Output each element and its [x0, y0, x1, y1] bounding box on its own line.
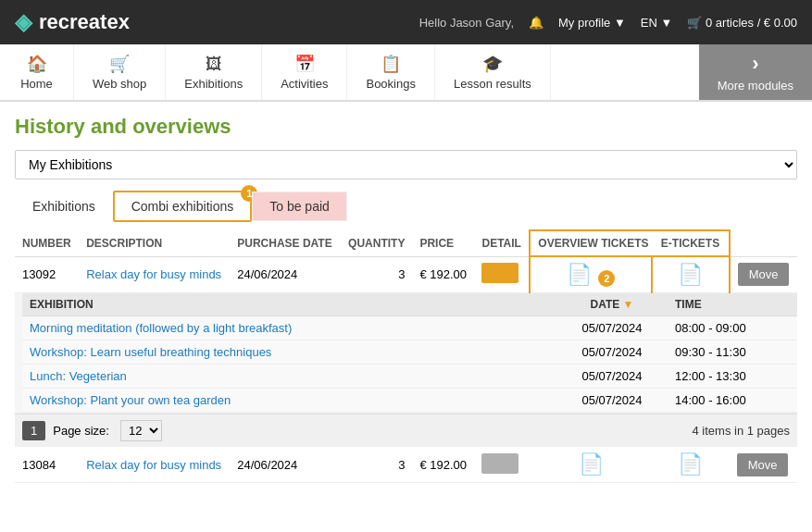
tab-exhibitions[interactable]: Exhibitions	[15, 192, 113, 221]
greeting-text: Hello Jason Gary,	[419, 16, 514, 30]
bookings-icon: 📋	[381, 54, 401, 74]
nav-lesson-results-label: Lesson results	[454, 77, 531, 91]
cart-link[interactable]: 🛒 0 articles / € 0.00	[687, 16, 797, 30]
col-quantity: QUANTITY	[341, 230, 413, 256]
overview-badge: 2	[598, 270, 615, 287]
description-link[interactable]: Relax day for busy minds	[86, 267, 221, 281]
pdf-eticket-icon-2: 📄	[678, 452, 703, 476]
sub-date-1: 05/07/2024	[556, 316, 668, 340]
nav-exhibitions[interactable]: 🖼 Exhibitions	[166, 44, 262, 100]
lesson-results-icon: 🎓	[482, 54, 503, 74]
logo-icon: ◈	[15, 9, 31, 35]
sub-date-3: 05/07/2024	[556, 365, 668, 389]
pagination-row: 1 Page size: 12 4 items in 1 pages	[15, 414, 797, 447]
move-button-2[interactable]: Move	[737, 453, 789, 476]
cell-overview-ticket[interactable]: 📄 2	[530, 256, 651, 293]
page-1-button[interactable]: 1	[22, 421, 45, 440]
page-content: History and overviews My Exhibitions Exh…	[0, 102, 812, 496]
top-header: ◈ recreatex Hello Jason Gary, 🔔 My profi…	[0, 0, 812, 44]
items-info: 4 items in 1 pages	[692, 424, 790, 438]
cell-detail[interactable]	[474, 256, 530, 293]
more-modules-icon: ›	[752, 52, 758, 76]
description-link-2[interactable]: Relax day for busy minds	[86, 458, 221, 472]
sub-date-2: 05/07/2024	[556, 340, 668, 365]
exhibitions-dropdown[interactable]: My Exhibitions	[15, 150, 797, 179]
sub-exhibition-link-1[interactable]: Morning meditation (followed by a light …	[30, 321, 292, 335]
sub-time-2: 09:30 - 11:30	[668, 340, 797, 365]
nav-bookings-label: Bookings	[366, 77, 415, 91]
pagination-left: 1 Page size: 12	[22, 420, 162, 441]
nav-exhibitions-label: Exhibitions	[184, 77, 243, 91]
bell-icon: 🔔	[529, 16, 543, 30]
sub-col-exhibition: EXHIBITION	[22, 293, 556, 316]
home-icon: 🏠	[27, 54, 47, 74]
pdf-overview-icon-2: 📄	[579, 452, 604, 476]
tab-combi-exhibitions[interactable]: Combi exhibitions 1	[113, 191, 253, 222]
page-title: History and overviews	[15, 115, 797, 139]
cell-quantity-2: 3	[341, 447, 413, 483]
col-action	[730, 230, 797, 256]
sub-table-row: EXHIBITION DATE ▼ TIME	[15, 293, 797, 414]
cell-number-2: 13084	[15, 447, 79, 483]
col-overview-tickets: OVERVIEW TICKETS E-TICKETS	[530, 230, 729, 256]
nav-more-modules[interactable]: › More modules	[699, 44, 812, 100]
sub-exhibition-link-2[interactable]: Workshop: Learn useful breathing techniq…	[30, 345, 271, 359]
tab-combi-exhibitions-label: Combi exhibitions	[131, 199, 234, 214]
cell-quantity: 3	[341, 256, 413, 293]
cell-e-ticket-2[interactable]: 📄	[652, 447, 730, 483]
move-button[interactable]: Move	[738, 263, 790, 286]
header-right: Hello Jason Gary, 🔔 My profile ▼ EN ▼ 🛒 …	[419, 16, 797, 30]
webshop-icon: 🛒	[109, 54, 130, 74]
cell-e-ticket[interactable]: 📄	[652, 256, 730, 293]
nav-home-label: Home	[20, 77, 53, 91]
nav-bar: 🏠 Home 🛒 Web shop 🖼 Exhibitions 📅 Activi…	[0, 44, 812, 102]
cell-overview-ticket-2[interactable]: 📄	[530, 447, 651, 483]
sub-table-row-4: Workshop: Plant your own tea garden 05/0…	[22, 389, 797, 413]
sub-exhibition-2: Workshop: Learn useful breathing techniq…	[22, 340, 556, 365]
col-purchase-date: PURCHASE DATE	[230, 230, 340, 256]
page-size-select[interactable]: 12	[120, 420, 162, 441]
pdf-overview-icon: 📄	[567, 263, 592, 286]
nav-activities[interactable]: 📅 Activities	[262, 44, 347, 100]
sub-table: EXHIBITION DATE ▼ TIME	[22, 293, 797, 413]
detail-button[interactable]	[481, 263, 518, 283]
cell-purchase-date: 24/06/2024	[230, 256, 340, 293]
detail-button-2[interactable]	[481, 453, 518, 474]
cell-description-2: Relax day for busy minds	[79, 447, 230, 483]
tab-exhibitions-label: Exhibitions	[32, 199, 95, 214]
arrow-down-icon: ▼	[623, 298, 634, 311]
table-row: 13092 Relax day for busy minds 24/06/202…	[15, 256, 797, 293]
main-table: NUMBER DESCRIPTION PURCHASE DATE QUANTIT…	[15, 229, 797, 483]
cell-description: Relax day for busy minds	[79, 256, 230, 293]
col-detail: DETAIL	[474, 230, 530, 256]
sub-exhibition-link-4[interactable]: Workshop: Plant your own tea garden	[30, 393, 231, 407]
sub-exhibition-4: Workshop: Plant your own tea garden	[22, 389, 556, 413]
nav-webshop[interactable]: 🛒 Web shop	[74, 44, 166, 100]
profile-link[interactable]: My profile ▼	[558, 16, 626, 30]
sub-col-date: DATE ▼	[556, 293, 668, 316]
logo: ◈ recreatex	[15, 9, 130, 35]
nav-webshop-label: Web shop	[93, 77, 146, 91]
cell-move-2[interactable]: Move	[730, 447, 797, 483]
activities-icon: 📅	[294, 54, 315, 74]
cell-move[interactable]: Move	[730, 256, 797, 293]
language-selector[interactable]: EN ▼	[641, 16, 673, 30]
nav-activities-label: Activities	[281, 77, 328, 91]
pagination: 1 Page size: 12 4 items in 1 pages	[15, 414, 797, 447]
sub-exhibition-link-3[interactable]: Lunch: Vegeterian	[30, 369, 127, 383]
nav-home[interactable]: 🏠 Home	[0, 44, 74, 100]
logo-text: recreatex	[39, 10, 130, 34]
cell-price-2: € 192.00	[412, 447, 474, 483]
nav-bookings[interactable]: 📋 Bookings	[347, 44, 434, 100]
cell-detail-2[interactable]	[474, 447, 530, 483]
page-size-label: Page size:	[53, 424, 109, 438]
tab-to-be-paid-label: To be paid	[269, 199, 330, 214]
sub-col-time: TIME	[668, 293, 797, 316]
sub-table-row-2: Workshop: Learn useful breathing techniq…	[22, 340, 797, 365]
nav-lesson-results[interactable]: 🎓 Lesson results	[435, 44, 551, 100]
sub-time-1: 08:00 - 09:00	[668, 316, 797, 340]
tab-to-be-paid[interactable]: To be paid	[252, 192, 347, 221]
sub-time-4: 14:00 - 16:00	[668, 389, 797, 413]
sub-exhibition-1: Morning meditation (followed by a light …	[22, 316, 556, 340]
sub-table-row-1: Morning meditation (followed by a light …	[22, 316, 797, 340]
